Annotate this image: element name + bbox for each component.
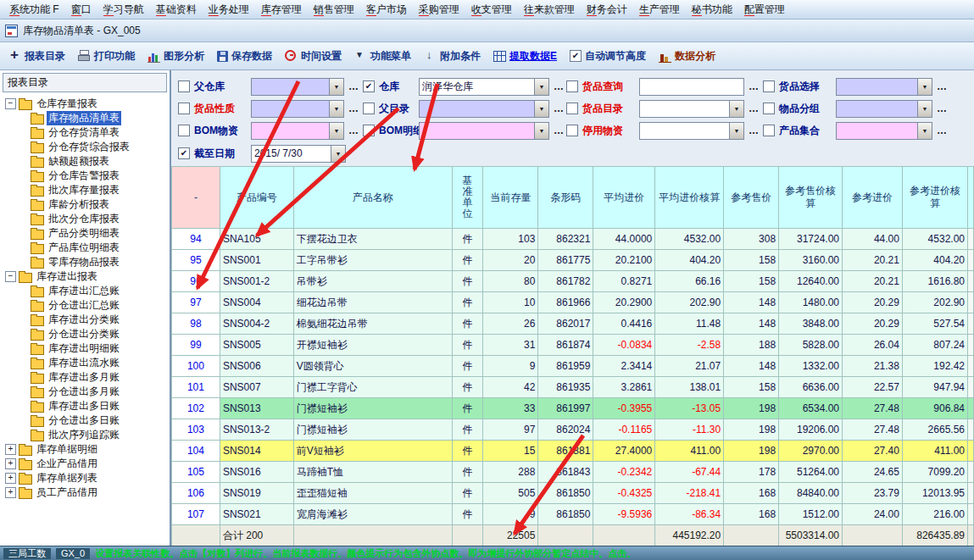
report-catalog-button[interactable]: 报表目录 (8, 49, 65, 64)
tree-item[interactable]: 库存进出多日账 (2, 399, 170, 413)
tree-item[interactable]: 库存进出汇总账 (2, 284, 170, 298)
cell-ref-sale-price[interactable]: 168 (724, 504, 779, 525)
cell-unit[interactable]: 件 (452, 313, 483, 335)
cell-ref-sale-price[interactable]: 148 (724, 356, 779, 377)
col-header-ref-purchase-amount[interactable]: 参考进价核算 (902, 167, 967, 229)
goods-nature-filter-checkbox[interactable] (178, 103, 190, 114)
cell-ref-sale-price[interactable]: 178 (724, 462, 779, 483)
cell-unit[interactable]: 件 (452, 419, 483, 441)
cell-avg-purchase-amount[interactable]: -218.41 (655, 483, 724, 504)
product-set-filter-more-button[interactable]: … (937, 125, 947, 136)
cell-product-code[interactable]: SNS005 (220, 335, 293, 356)
dropdown-arrow-icon[interactable]: ▼ (917, 123, 932, 139)
cell-avg-purchase-amount[interactable]: -86.34 (655, 504, 724, 525)
col-header-product-code[interactable]: 产品编号 (220, 167, 293, 229)
menu-item[interactable]: 库存管理 (255, 1, 308, 19)
cell-barcode[interactable]: 861966 (538, 292, 593, 313)
cell-product-name[interactable]: 开襟短袖衫 (293, 335, 452, 356)
goods-nature-filter-more-button[interactable]: … (348, 103, 359, 114)
cell-index[interactable]: 94 (172, 229, 220, 250)
cell-barcode[interactable]: 861850 (538, 504, 593, 525)
col-header-avg-purchase-amount[interactable]: 平均进价核算 (655, 167, 724, 229)
tree-item[interactable]: 分仓进出分类账 (2, 327, 170, 341)
parent-warehouse-filter-more-button[interactable]: … (348, 80, 359, 92)
parent-catalog-filter-dropdown[interactable]: ▼ (419, 100, 549, 118)
col-header-ref-purchase-price[interactable]: 参考进价 (843, 167, 903, 229)
cell-index[interactable]: 97 (172, 292, 220, 313)
warehouse-filter-dropdown[interactable]: 润泽华仓库▼ (419, 78, 549, 96)
warehouse-filter-more-button[interactable]: … (554, 80, 564, 92)
cell-product-code[interactable]: SNS004-2 (220, 313, 293, 335)
cell-ref-sale-amount[interactable]: 3160.00 (779, 250, 843, 271)
auto-height-toggle[interactable]: ✔自动调节高度 (570, 49, 646, 64)
table-row[interactable]: 104SNS014前V短袖衫件1586188127.4000411.001982… (172, 441, 974, 462)
menu-item[interactable]: 窗口 (65, 1, 97, 19)
cell-current-stock[interactable]: 288 (483, 462, 538, 483)
menu-item[interactable]: 系统功能 F (3, 1, 65, 19)
cell-product-name[interactable]: 马蹄袖T恤 (293, 462, 452, 483)
cell-product-code[interactable]: SNS007 (220, 377, 293, 398)
col-header-index[interactable]: - (172, 167, 220, 229)
tree-item[interactable]: 分仓进出汇总账 (2, 298, 170, 313)
table-row[interactable]: 94SNA105下摆花边卫衣件10386232144.00004532.0030… (172, 229, 974, 250)
col-header-ref-sale-price[interactable]: 参考售价 (724, 167, 779, 229)
bom-material-filter-dropdown[interactable]: ▼ (251, 122, 344, 140)
disabled-material-filter-dropdown[interactable]: ▼ (639, 122, 744, 140)
menu-item[interactable]: 往来款管理 (518, 1, 581, 19)
cell-current-stock[interactable]: 33 (483, 398, 538, 419)
tree-item[interactable]: 库存进出分类账 (2, 313, 170, 327)
warehouse-filter-checkbox[interactable]: ✔ (363, 80, 375, 92)
cell-avg-purchase-price[interactable]: 0.4416 (593, 313, 655, 335)
dropdown-arrow-icon[interactable]: ▼ (331, 146, 345, 162)
cell-ref-sale-price[interactable]: 308 (724, 229, 779, 250)
cell-product-name[interactable]: 吊带衫 (293, 271, 452, 292)
cell-barcode[interactable]: 861874 (538, 335, 593, 356)
tree-item[interactable]: 批次分仓库报表 (2, 212, 170, 226)
cell-ref-purchase-price[interactable]: 27.48 (843, 419, 903, 441)
product-set-filter-checkbox[interactable] (763, 125, 775, 136)
cell-ref-sale-price[interactable]: 158 (724, 250, 779, 271)
cell-avg-purchase-amount[interactable]: -2.58 (655, 335, 724, 356)
cell-current-stock[interactable]: 103 (483, 229, 538, 250)
cell-current-stock[interactable]: 10 (483, 292, 538, 313)
extract-data-button[interactable]: 提取数据E (493, 49, 557, 64)
goods-group-filter-checkbox[interactable] (763, 103, 775, 114)
cell-product-name[interactable]: 工字吊带衫 (293, 250, 452, 271)
cell-unit[interactable]: 件 (452, 483, 483, 504)
cell-ref-purchase-price[interactable]: 26.04 (843, 335, 903, 356)
menu-item[interactable]: 销售管理 (308, 1, 360, 19)
cell-ref-sale-price[interactable]: 168 (724, 483, 779, 504)
cell-product-code[interactable]: SNS019 (220, 483, 293, 504)
append-condition-button[interactable]: 附加条件 (424, 49, 481, 64)
cell-barcode[interactable]: 862321 (538, 229, 593, 250)
cell-index[interactable]: 104 (172, 441, 220, 462)
cell-unit[interactable]: 件 (452, 504, 483, 525)
cell-ref-purchase-amount[interactable]: 4532.00 (902, 229, 967, 250)
cell-ref-purchase-price[interactable]: 20.21 (843, 271, 903, 292)
bom-detail-filter-dropdown[interactable]: ▼ (419, 122, 549, 140)
cell-avg-purchase-price[interactable]: 44.0000 (593, 229, 655, 250)
cell-unit[interactable]: 件 (452, 356, 483, 377)
cell-product-name[interactable]: 门襟短袖衫 (293, 398, 452, 419)
cell-product-name[interactable]: V圆领背心 (293, 356, 452, 377)
cell-unit[interactable]: 件 (452, 398, 483, 419)
cell-ref-sale-amount[interactable]: 6534.00 (779, 398, 843, 419)
cell-unit[interactable]: 件 (452, 292, 483, 313)
collapse-icon[interactable]: − (5, 98, 16, 109)
tree-item[interactable]: 库存进出流水账 (2, 356, 170, 370)
cell-product-code[interactable]: SNS001 (220, 250, 293, 271)
table-row[interactable]: 102SNS013门襟短袖衫件33861997-0.3955-13.051986… (172, 398, 974, 419)
print-button[interactable]: 打印功能 (78, 49, 135, 64)
cell-avg-purchase-price[interactable]: -0.4325 (593, 483, 655, 504)
cell-index[interactable]: 99 (172, 335, 220, 356)
cell-barcode[interactable]: 862017 (538, 313, 593, 335)
cell-ref-purchase-price[interactable]: 44.00 (843, 229, 903, 250)
cell-avg-purchase-price[interactable]: -9.5936 (593, 504, 655, 525)
cell-avg-purchase-price[interactable]: 20.2900 (593, 292, 655, 313)
tree-item[interactable]: 分仓存货综合报表 (2, 140, 170, 154)
cell-product-code[interactable]: SNS004 (220, 292, 293, 313)
disabled-material-filter-checkbox[interactable] (566, 125, 578, 136)
dropdown-arrow-icon[interactable]: ▼ (917, 101, 932, 117)
bom-detail-filter-more-button[interactable]: … (554, 125, 564, 136)
cell-barcode[interactable]: 861935 (538, 377, 593, 398)
